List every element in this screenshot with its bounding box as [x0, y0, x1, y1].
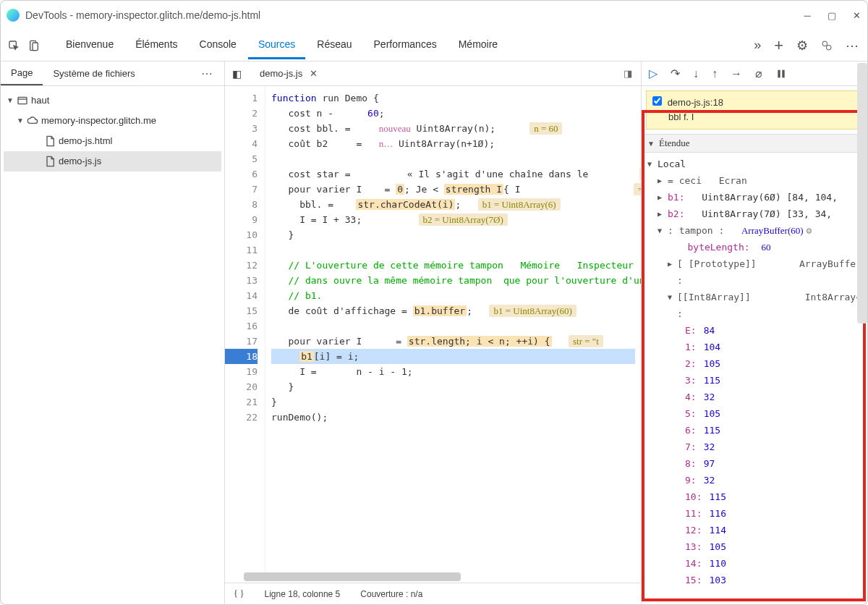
inspect-element-icon[interactable] — [8, 40, 20, 51]
scope-int8array[interactable]: ▼[[Int8Array]] : Int8Array« — [647, 289, 861, 322]
int8-entry: 10:115 — [647, 488, 861, 505]
resume-icon[interactable]: ▷ — [649, 67, 658, 80]
maximize-button[interactable]: ▢ — [827, 10, 837, 20]
svg-point-3 — [822, 41, 827, 46]
scope-b1[interactable]: ▶b1: Uint8Array(6Ø) [84, 104, — [647, 189, 861, 206]
debugger-panel: ▷ ↷ ↓ ↑ → ⌀ demo-js.js:18 bbl f. I ▼ Éte… — [642, 62, 867, 604]
editor-panel: ◧ demo-js.js ✕ ◨ 12345678910111213141516… — [225, 62, 642, 604]
int8-entry: 4:32 — [647, 389, 861, 405]
scope-buffer[interactable]: ▼: tampon : ArrayBuffer(60) ⚙ — [647, 222, 861, 239]
int8-entry: 1:104 — [647, 339, 861, 355]
scope-b2[interactable]: ▶b2: Uint8Array(7Ø) [33, 34, — [647, 206, 861, 222]
tree-file-html[interactable]: demo-js.html — [4, 131, 221, 151]
scope-header[interactable]: ▼ Étendue — [642, 134, 867, 153]
toggle-navigator-icon[interactable]: ◧ — [228, 68, 245, 80]
scope-local[interactable]: ▼Local — [647, 156, 861, 172]
tree-origin[interactable]: ▼ memory-inspector.glitch.me — [4, 111, 221, 131]
svg-rect-2 — [33, 43, 38, 51]
tab-mémoire[interactable]: Mémoire — [448, 31, 508, 59]
right-scrollbar[interactable] — [857, 63, 867, 323]
titlebar: DevTools - memory-inspector.glitch.me/de… — [1, 1, 867, 30]
int8-entry: 7:32 — [647, 439, 861, 455]
scope-prototype[interactable]: ▶[ [Prototype]] : ArrayBuffer — [647, 255, 861, 289]
close-button[interactable]: ✕ — [851, 10, 861, 20]
customize-icon[interactable] — [821, 40, 833, 51]
tree-root-label: haut — [31, 92, 49, 109]
minimize-button[interactable]: ─ — [802, 10, 812, 20]
tree-origin-label: memory-inspector.glitch.me — [41, 112, 156, 130]
scope-title: Étendue — [659, 138, 690, 149]
deactivate-breakpoints-icon[interactable]: ⌀ — [755, 67, 762, 80]
file-icon — [44, 135, 56, 147]
int8-entry: 13:105 — [647, 538, 861, 555]
line-number-gutter[interactable]: 12345678910111213141516171819202122 — [225, 86, 265, 583]
int8-entry: 6:115 — [647, 422, 861, 439]
scope-bytelength: byteLength: 60 — [647, 239, 861, 255]
int8-entry: 3:115 — [647, 372, 861, 389]
editor-tab[interactable]: demo-js.js ✕ — [252, 65, 325, 82]
statusbar: { } Ligne 18, colonne 5 Couverture : n/a — [225, 583, 641, 604]
tab-performances[interactable]: Performances — [364, 31, 447, 59]
navigator-tab-page[interactable]: Page — [1, 62, 43, 85]
cloud-icon — [27, 115, 38, 127]
svg-rect-7 — [778, 69, 780, 77]
file-icon — [44, 156, 56, 167]
memory-gear-icon[interactable]: ⚙ — [807, 222, 812, 239]
paused-location: demo-js.js:18 bbl f. I — [646, 90, 863, 130]
int8-entry: 14:110 — [647, 555, 861, 572]
tab-bienvenue[interactable]: Bienvenue — [56, 31, 124, 59]
step-over-icon[interactable]: ↷ — [671, 67, 680, 80]
toggle-debugger-icon[interactable]: ◨ — [618, 68, 638, 79]
tree-file-label: demo-js.html — [59, 132, 112, 150]
tab-réseau[interactable]: Réseau — [307, 31, 362, 59]
pause-expression: bbl f. I — [652, 110, 856, 124]
tab-sources[interactable]: Sources — [248, 31, 305, 59]
editor-horizontal-scrollbar[interactable] — [244, 572, 461, 581]
cursor-position: Ligne 18, colonne 5 — [265, 589, 341, 599]
device-toggle-icon[interactable] — [28, 40, 40, 51]
int8-entry: 12:114 — [647, 522, 861, 538]
breakpoint-checkbox[interactable] — [652, 96, 662, 106]
svg-point-4 — [826, 45, 831, 50]
window-title: DevTools - memory-inspector.glitch.me/de… — [25, 9, 260, 21]
int8-entry: 2:105 — [647, 355, 861, 372]
int8-entry: 8:97 — [647, 455, 861, 472]
more-tabs-icon[interactable]: » — [754, 38, 761, 53]
navigator-tab-filesystem[interactable]: Système de fichiers — [43, 62, 145, 85]
pause-file-line: demo-js.js:18 — [668, 97, 723, 108]
int8-entry: 15:103 — [647, 572, 861, 588]
tree-root[interactable]: ▼ haut — [4, 90, 221, 111]
int8-entry: 5:105 — [647, 405, 861, 422]
settings-gear-icon[interactable]: ⚙ — [796, 38, 808, 54]
kebab-menu-icon[interactable]: ⋯ — [846, 38, 860, 54]
tree-file-js[interactable]: demo-js.js — [4, 151, 221, 172]
step-out-icon[interactable]: ↑ — [712, 67, 718, 80]
coverage-status: Couverture : n/a — [360, 589, 422, 599]
int8-entry: E:84 — [647, 322, 861, 339]
int8-entry: 11:116 — [647, 505, 861, 522]
code-area[interactable]: function run Demo { cost n - 60; cost bb… — [265, 86, 641, 583]
tab-éléments[interactable]: Éléments — [125, 31, 187, 59]
editor-tab-label: demo-js.js — [260, 68, 302, 79]
close-tab-icon[interactable]: ✕ — [310, 68, 318, 79]
svg-rect-8 — [782, 69, 784, 77]
scope-this[interactable]: ▶= ceci Ecran — [647, 172, 861, 189]
svg-rect-5 — [18, 97, 27, 103]
devtools-favicon — [7, 9, 20, 22]
new-tab-icon[interactable]: + — [774, 36, 783, 55]
navigator-more-icon[interactable]: ⋯ — [191, 67, 224, 80]
step-into-icon[interactable]: ↓ — [693, 67, 699, 80]
tree-file-label: demo-js.js — [59, 153, 101, 170]
window-icon — [17, 95, 28, 106]
step-icon[interactable]: → — [731, 67, 742, 80]
navigator-panel: Page Système de fichiers ⋯ ▼ haut ▼ memo… — [1, 62, 225, 604]
pause-exception-icon[interactable] — [775, 68, 787, 80]
main-toolbar: BienvenueÉlémentsConsoleSourcesRéseauPer… — [1, 30, 867, 62]
braces-icon[interactable]: { } — [234, 588, 244, 599]
int8-entry: 9:32 — [647, 472, 861, 488]
tab-console[interactable]: Console — [190, 31, 247, 59]
